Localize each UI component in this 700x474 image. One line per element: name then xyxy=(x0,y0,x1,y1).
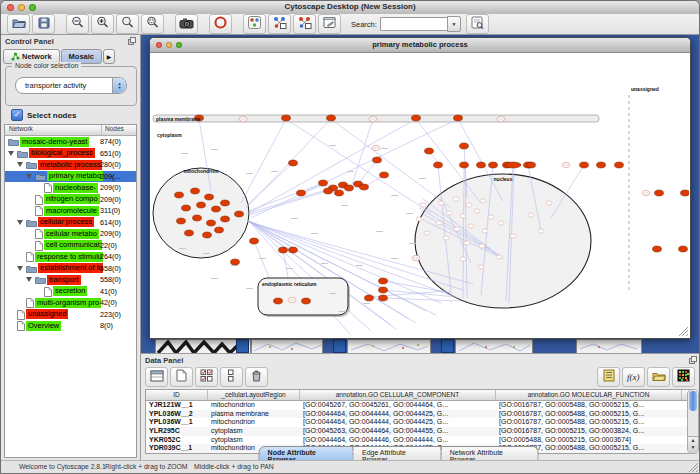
zoom-fit-button[interactable] xyxy=(116,14,139,34)
vizmapper-button[interactable] xyxy=(243,14,266,34)
tree-row[interactable]: Overview8(0) xyxy=(5,320,136,332)
title-bar[interactable]: Cytoscape Desktop (New Session) xyxy=(1,1,699,15)
expander-icon[interactable] xyxy=(8,151,14,156)
open-session-button[interactable] xyxy=(7,14,30,34)
float-panel-icon[interactable] xyxy=(128,37,136,45)
select-all-attributes-button[interactable] xyxy=(195,367,218,387)
network-node[interactable] xyxy=(319,180,328,186)
table-scrollbar[interactable]: ▲▼ xyxy=(687,389,699,454)
tree-row[interactable]: response to stimulu264(0) xyxy=(5,251,136,263)
tree-row[interactable]: transport558(0) xyxy=(5,274,136,286)
network-node[interactable] xyxy=(510,234,516,238)
network-node[interactable] xyxy=(438,201,444,205)
network-node[interactable] xyxy=(182,205,191,211)
minimize-icon[interactable] xyxy=(166,42,172,48)
tree-row[interactable]: metabolic process280(0) xyxy=(5,159,136,171)
network-node[interactable] xyxy=(615,162,624,168)
advanced-search-button[interactable] xyxy=(466,14,489,34)
background-window[interactable] xyxy=(576,339,642,353)
network-node[interactable] xyxy=(235,211,244,217)
network-node[interactable] xyxy=(505,162,521,168)
float-panel-icon[interactable] xyxy=(689,356,697,364)
network-node[interactable] xyxy=(380,172,389,178)
search-input[interactable] xyxy=(380,17,447,31)
save-session-button[interactable] xyxy=(32,14,55,34)
tree-row[interactable]: mosaic-demo-yeast874(0) xyxy=(5,136,136,148)
table-row[interactable]: YPL036W__1mitochondrion[GO:0044464, GO:0… xyxy=(146,418,690,427)
snapshot-button[interactable] xyxy=(175,14,198,34)
network-node[interactable] xyxy=(197,202,206,208)
column-header[interactable]: _cellularLayoutRegion xyxy=(208,390,300,400)
network-node[interactable] xyxy=(221,200,230,206)
network-view-window[interactable]: primary metabolic process plasma membran… xyxy=(149,37,691,339)
attribute-table-header[interactable]: ID_cellularLayoutRegionannotation.GO CEL… xyxy=(146,390,690,401)
node-color-select[interactable]: transporter activity ▲▼ xyxy=(15,77,127,94)
network-node[interactable] xyxy=(479,244,485,248)
network-node[interactable] xyxy=(191,188,200,194)
table-row[interactable]: YKR052Ccytoplasm[GO:0044464, GO:0044446,… xyxy=(146,436,690,445)
network-node[interactable] xyxy=(412,115,421,121)
import-attributes-button[interactable] xyxy=(647,367,670,387)
tree-row[interactable]: cellular process614(0) xyxy=(5,217,136,229)
network-node[interactable] xyxy=(297,190,306,196)
network-node[interactable] xyxy=(474,209,480,213)
network-node[interactable] xyxy=(231,259,240,265)
network-node[interactable] xyxy=(274,298,283,304)
formula-builder-button[interactable]: f(x) xyxy=(622,367,645,387)
network-node[interactable] xyxy=(498,221,504,225)
network-node[interactable] xyxy=(177,218,186,224)
expander-icon[interactable] xyxy=(17,220,23,225)
zoom-in-button[interactable] xyxy=(91,14,114,34)
network-node[interactable] xyxy=(324,188,333,194)
expander-icon[interactable] xyxy=(17,266,23,271)
network-node[interactable] xyxy=(477,162,486,168)
network-node[interactable] xyxy=(480,199,486,203)
network-node[interactable] xyxy=(468,224,474,228)
network-node[interactable] xyxy=(379,287,388,293)
tree-row[interactable]: multi-organism pro42(0) xyxy=(5,297,136,309)
network-node[interactable] xyxy=(460,257,466,261)
network-node[interactable] xyxy=(282,115,291,121)
expander-icon[interactable] xyxy=(26,277,32,282)
tree-row[interactable]: secretion41(0) xyxy=(5,286,136,298)
network-node[interactable] xyxy=(460,143,469,149)
background-window[interactable] xyxy=(455,339,533,353)
network-canvas[interactable]: plasma membranecytoplasmmitochondrionnuc… xyxy=(151,53,689,337)
network-node[interactable] xyxy=(185,230,194,236)
network-node[interactable] xyxy=(496,255,502,259)
search-options-dropdown[interactable]: ▼ xyxy=(447,16,461,32)
network-node[interactable] xyxy=(443,236,449,240)
network-node[interactable] xyxy=(289,160,298,166)
close-icon[interactable] xyxy=(156,42,162,48)
zoom-out-button[interactable] xyxy=(66,14,89,34)
background-window[interactable] xyxy=(333,339,346,353)
network-node[interactable] xyxy=(207,220,216,226)
attribute-select-button[interactable] xyxy=(145,367,168,387)
network-node[interactable] xyxy=(527,162,536,168)
tree-row[interactable]: cell communicat22(0) xyxy=(5,240,136,252)
zoom-region-button[interactable] xyxy=(141,14,164,34)
network-node[interactable] xyxy=(327,115,336,121)
scrollbar-arrows[interactable]: ▲▼ xyxy=(688,436,698,453)
network-node[interactable] xyxy=(436,221,442,225)
scrollbar-thumb[interactable] xyxy=(689,391,697,411)
network-node[interactable] xyxy=(478,265,484,269)
network-node[interactable] xyxy=(528,213,534,217)
network-node[interactable] xyxy=(466,203,472,207)
tree-row[interactable]: biological_process651(0) xyxy=(5,148,136,160)
minimize-icon[interactable] xyxy=(18,4,25,11)
network-node[interactable] xyxy=(546,201,552,205)
network-node[interactable] xyxy=(434,162,443,168)
network-node[interactable] xyxy=(597,162,606,168)
network-node[interactable] xyxy=(289,247,298,253)
layout-merge-button[interactable] xyxy=(293,14,316,34)
network-node[interactable] xyxy=(205,194,214,200)
network-node[interactable] xyxy=(460,162,469,168)
network-node[interactable] xyxy=(653,246,662,252)
create-attribute-button[interactable] xyxy=(170,367,193,387)
column-header[interactable]: annotation.GO CELLULAR_COMPONENT xyxy=(300,390,496,400)
tab-overflow-arrow[interactable]: ▶ xyxy=(103,49,115,64)
network-node[interactable] xyxy=(460,214,466,218)
network-node[interactable] xyxy=(488,215,494,219)
network-node[interactable] xyxy=(679,246,688,252)
